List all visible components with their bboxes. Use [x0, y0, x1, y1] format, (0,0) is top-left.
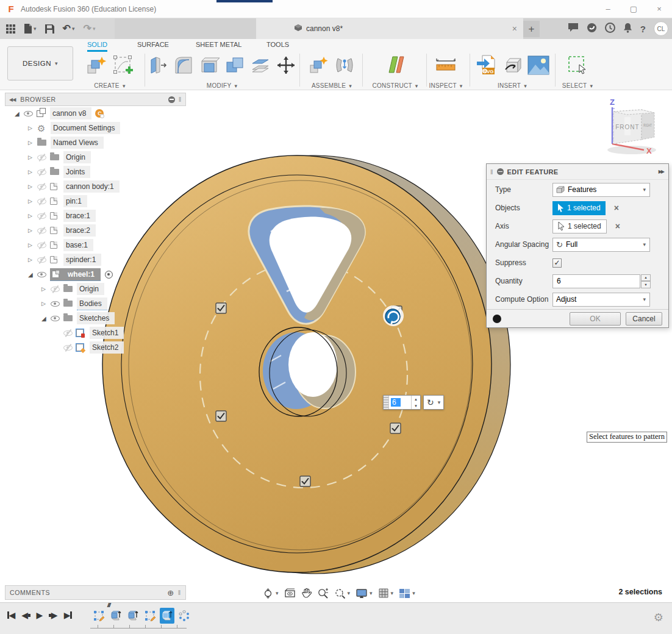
expand-icon[interactable]: ▷ [28, 227, 37, 233]
drag-handle[interactable] [384, 396, 389, 409]
derive-icon[interactable] [502, 55, 523, 78]
go-to-start-button[interactable]: ◀ [7, 610, 15, 620]
insert-svg-icon[interactable]: SVG [475, 54, 497, 79]
viewports-button[interactable]: ▾ [398, 588, 416, 599]
instance-checkbox[interactable] [390, 423, 401, 433]
browser-item-brace2[interactable]: ▷ brace:2 [5, 223, 186, 238]
expand-icon[interactable]: ▷ [28, 213, 37, 219]
combine-icon[interactable] [224, 55, 245, 78]
select-icon[interactable] [566, 54, 589, 79]
pan-button[interactable] [300, 587, 313, 599]
group-create-label[interactable]: CREATE ▾ [94, 82, 126, 89]
fillet-icon[interactable] [173, 55, 194, 78]
tab-surface[interactable]: SURFACE [137, 41, 169, 52]
instance-checkbox[interactable] [216, 303, 226, 313]
selected-item-chip[interactable]: wheel:1 [50, 268, 101, 281]
expand-icon[interactable]: ◢ [28, 271, 37, 278]
step-forward-button[interactable]: ▶ [49, 610, 57, 620]
save-button[interactable] [45, 24, 54, 34]
browser-item-sketches[interactable]: ◢ Sketches [5, 311, 186, 326]
go-to-end-button[interactable]: ▶ [64, 610, 72, 620]
maximize-button[interactable]: ▢ [621, 0, 646, 18]
group-assemble-label[interactable]: ASSEMBLE ▾ [312, 82, 352, 89]
browser-item-named-views[interactable]: ▷ Named Views [5, 135, 186, 150]
measure-icon[interactable] [434, 55, 457, 78]
browser-item-sketch2[interactable]: Sketch2 [5, 340, 186, 355]
expand-icon[interactable]: ◢ [15, 110, 24, 117]
tab-sheet-metal[interactable]: SHEET METAL [196, 41, 241, 52]
help-icon[interactable]: ? [640, 24, 646, 34]
visibility-icon[interactable] [37, 184, 50, 190]
grid-snap-button[interactable]: ▾ [377, 587, 395, 599]
create-sketch-icon[interactable] [112, 54, 134, 79]
compute-option-dropdown[interactable]: Adjust ▾ [552, 293, 650, 307]
visibility-icon[interactable] [37, 228, 50, 233]
panel-grip-icon[interactable]: ‖ [179, 96, 182, 103]
dialog-header[interactable]: ‖ EDIT FEATURE ▶▶ [487, 164, 668, 180]
timeline-sketch1-icon[interactable] [91, 608, 106, 624]
offset-face-icon[interactable] [250, 55, 271, 78]
display-settings-button[interactable]: ▾ [354, 588, 374, 599]
instance-checkbox[interactable] [216, 411, 226, 421]
browser-item-root[interactable]: ◢ cannon v8 C [5, 106, 186, 121]
visibility-icon[interactable] [63, 345, 76, 351]
joint-icon[interactable] [334, 55, 355, 78]
visibility-icon[interactable] [37, 243, 50, 248]
visibility-icon[interactable] [51, 287, 63, 292]
construction-plane-icon[interactable] [384, 54, 406, 79]
group-insert-label[interactable]: INSERT ▾ [498, 82, 527, 89]
play-button[interactable]: ▶ [37, 610, 43, 620]
press-pull-icon[interactable] [148, 55, 168, 78]
user-avatar[interactable]: CL [654, 21, 668, 36]
notifications-bell-icon[interactable] [623, 23, 632, 35]
ok-button[interactable]: OK [570, 312, 621, 326]
quantity-stepper[interactable]: ▲▼ [411, 396, 420, 409]
comments-icon[interactable] [568, 23, 579, 35]
timeline-sketch2-icon[interactable] [143, 608, 157, 624]
axis-selection-button[interactable]: 1 selected [552, 219, 607, 233]
expand-icon[interactable]: ▷ [28, 257, 37, 263]
timeline-settings-gear-icon[interactable]: ⚙ [654, 611, 663, 624]
quantity-spinner[interactable]: ▲▼ [641, 274, 651, 288]
expand-dialog-icon[interactable]: ▶▶ [659, 169, 663, 174]
suppress-checkbox[interactable]: ✓ [552, 258, 562, 268]
visibility-icon[interactable] [37, 257, 50, 263]
tab-close-icon[interactable]: × [512, 24, 517, 34]
expand-icon[interactable]: ▷ [28, 125, 37, 131]
expand-icon[interactable]: ▷ [28, 198, 37, 204]
new-solid-icon[interactable] [85, 54, 107, 79]
zoom-button[interactable] [316, 587, 330, 600]
move-icon[interactable] [276, 55, 296, 78]
group-modify-label[interactable]: MODIFY ▾ [207, 82, 237, 89]
collapse-panel-icon[interactable]: ◀◀ [9, 97, 15, 102]
visibility-icon[interactable] [51, 301, 63, 307]
timeline-extrude2-icon[interactable] [126, 608, 140, 624]
orbit-button[interactable]: ▾ [261, 587, 280, 600]
browser-item-wheel-origin[interactable]: ▷ Origin [5, 282, 186, 296]
browser-item-cannon-body[interactable]: ▷ cannon body:1 [5, 179, 186, 194]
tab-tools[interactable]: TOOLS [266, 41, 289, 52]
new-tab-button[interactable]: + [523, 21, 540, 37]
objects-selection-button[interactable]: 1 selected [552, 201, 606, 215]
edit-feature-dialog[interactable]: ‖ EDIT FEATURE ▶▶ Type Features ▾ Object… [486, 163, 669, 328]
step-back-button[interactable]: ◀ [21, 610, 30, 620]
type-dropdown[interactable]: Features ▾ [552, 183, 650, 197]
timeline-circular-pattern-icon[interactable] [177, 608, 191, 624]
workspace-switcher[interactable]: DESIGN ▾ [7, 46, 73, 80]
panel-grip-icon[interactable]: ‖ [178, 589, 181, 596]
display-settings-icon[interactable] [168, 96, 175, 103]
activate-component-radio[interactable] [105, 271, 113, 279]
close-button[interactable]: × [646, 0, 672, 18]
expand-icon[interactable]: ▷ [28, 242, 37, 248]
visibility-icon[interactable] [37, 272, 50, 277]
pattern-quantity-widget[interactable]: 6 ▲▼ ↻ ▾ [383, 395, 444, 410]
app-grid-icon[interactable] [6, 24, 15, 34]
file-menu-button[interactable]: ▾ [24, 24, 37, 34]
browser-header[interactable]: ◀◀ BROWSER ‖ [5, 93, 186, 106]
visibility-icon[interactable] [63, 330, 76, 336]
timeline-track[interactable] [90, 625, 187, 629]
rotate-manipulator[interactable] [383, 305, 404, 326]
visibility-icon[interactable] [37, 155, 50, 160]
clear-objects-icon[interactable]: × [614, 203, 619, 213]
browser-item-origin[interactable]: ▷ Origin [5, 150, 186, 165]
